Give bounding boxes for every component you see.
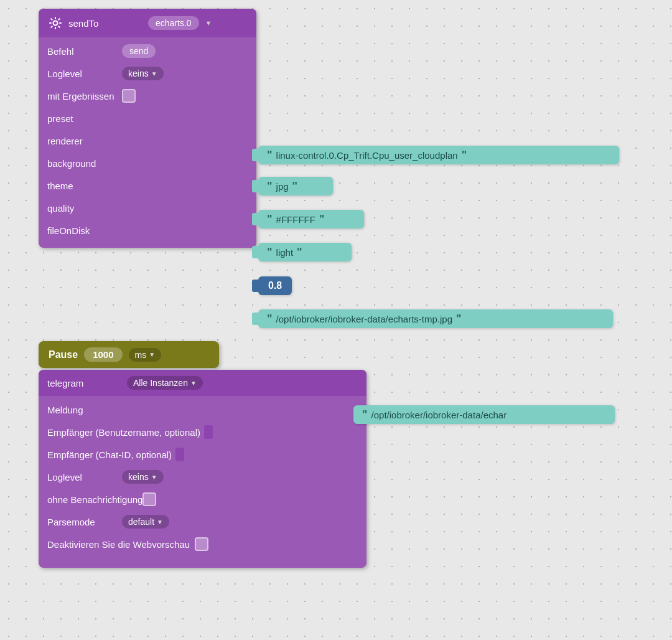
open-quote-preset: " [267,149,273,161]
loglevel-value-2[interactable]: keins ▼ [122,470,164,484]
block-header: sendTo echarts.0 ▼ [39,9,256,37]
row-mit-ergebnissen: mit Ergebnissen [39,85,256,107]
pause-label: Pause [49,349,78,360]
preset-string-value: linux-control.0.Cp_Trift.Cpu_user_cloudp… [276,150,458,161]
open-quote-background: " [267,214,273,225]
sendto-dropdown-arrow[interactable]: ▼ [205,19,212,27]
row-empfaenger-user: Empfänger (Benutzername, optional) [39,421,366,443]
befehl-value[interactable]: send [122,44,156,58]
row-fileondisk: fileOnDisk [39,219,256,242]
row-loglevel-1: Loglevel keins ▼ [39,62,256,85]
meldung-string-value: /opt/iobroker/iobroker-data/echar [371,410,507,420]
row-background: background [39,152,256,174]
telegram-instance[interactable]: Alle Instanzen ▼ [127,376,203,390]
row-befehl: Befehl send [39,40,256,62]
sendto-block: sendTo echarts.0 ▼ Befehl send Loglevel … [39,9,256,248]
telegram-label: telegram [47,378,122,388]
empfaenger-chatid-label: Empfänger (Chat-ID, optional) [47,449,172,460]
row-loglevel-2: Loglevel keins ▼ [39,466,366,488]
quality-num-value: 0.8 [268,280,282,291]
svg-point-0 [54,21,58,26]
string-block-background[interactable]: " #FFFFFF " [258,210,364,228]
string-block-renderer[interactable]: " jpg " [258,177,333,195]
string-block-fileondisk[interactable]: " /opt/iobroker/iobroker-data/echarts-tm… [258,309,613,328]
pause-value[interactable]: 1000 [84,347,122,362]
row-empfaenger-chatid: Empfänger (Chat-ID, optional) [39,443,366,466]
quality-label: quality [47,203,122,214]
loglevel-arrow-2: ▼ [151,474,157,481]
row-parsemode: Parsemode default ▼ [39,511,366,533]
close-quote-fileondisk: " [456,313,462,324]
parsemode-arrow: ▼ [157,519,163,525]
gear-icon [47,15,63,31]
close-quote-background: " [319,214,325,225]
telegram-rows: Meldung Empfänger (Benutzername, optiona… [39,396,366,562]
renderer-string-value: jpg [276,181,289,192]
main-block-rows: Befehl send Loglevel keins ▼ mit Ergebni… [39,37,256,248]
close-quote-renderer: " [292,181,298,192]
nub-renderer [252,180,259,192]
row-theme: theme [39,174,256,197]
canvas: sendTo echarts.0 ▼ Befehl send Loglevel … [0,0,672,640]
pause-unit[interactable]: ms ▼ [129,348,162,362]
string-block-theme[interactable]: " light " [258,243,352,261]
theme-label: theme [47,181,122,191]
open-quote-theme: " [267,247,273,258]
preset-label: preset [47,113,122,124]
row-quality: quality [39,197,256,219]
telegram-header: telegram Alle Instanzen ▼ [39,370,366,396]
meldung-label: Meldung [47,405,122,415]
close-quote-theme: " [297,247,302,258]
row-deaktivieren: Deaktivieren Sie die Webvorschau [39,533,366,555]
loglevel-value-1[interactable]: keins ▼ [122,67,164,80]
background-label: background [47,158,122,169]
telegram-instance-arrow: ▼ [190,380,197,387]
connector-chatid[interactable] [175,448,184,461]
parsemode-value[interactable]: default ▼ [122,515,169,529]
befehl-label: Befehl [47,46,122,57]
ohne-benachrichtigung-label: ohne Benachrichtigung [47,494,142,505]
row-meldung: Meldung [39,398,366,421]
close-quote-preset: " [462,149,467,161]
empfaenger-user-label: Empfänger (Benutzername, optional) [47,427,200,438]
nub-quality [252,280,259,292]
sendto-value[interactable]: echarts.0 [148,16,199,30]
row-ohne-benachrichtigung: ohne Benachrichtigung [39,488,366,511]
background-string-value: #FFFFFF [276,214,315,225]
loglevel-label-1: Loglevel [47,68,122,79]
nub-preset [252,149,259,161]
sendto-label: sendTo [68,18,143,29]
nub-meldung [353,408,355,421]
string-block-meldung[interactable]: " /opt/iobroker/iobroker-data/echar [353,405,615,424]
theme-string-value: light [276,247,294,258]
nub-fileondisk [252,313,259,325]
nub-theme [252,246,259,258]
connector-user[interactable] [204,425,213,439]
row-renderer: renderer [39,129,256,152]
deaktivieren-checkbox[interactable] [195,537,208,551]
loglevel-label-2: Loglevel [47,472,122,482]
fileondisk-label: fileOnDisk [47,225,122,236]
telegram-block: telegram Alle Instanzen ▼ Meldung Empfän… [39,370,366,568]
open-quote-renderer: " [267,181,273,192]
mit-ergebnissen-label: mit Ergebnissen [47,91,122,101]
pause-unit-arrow: ▼ [149,351,155,358]
fileondisk-string-value: /opt/iobroker/iobroker-data/echarts-tmp.… [276,314,452,324]
open-quote-fileondisk: " [267,313,273,324]
mit-ergebnissen-checkbox[interactable] [122,89,136,103]
nub-background [252,213,259,225]
renderer-label: renderer [47,136,122,146]
num-block-quality[interactable]: 0.8 [258,276,292,295]
row-preset: preset [39,107,256,129]
deaktivieren-label: Deaktivieren Sie die Webvorschau [47,539,190,550]
parsemode-label: Parsemode [47,517,122,527]
open-quote-meldung: " [362,409,368,420]
string-block-preset[interactable]: " linux-control.0.Cp_Trift.Cpu_user_clou… [258,146,619,164]
ohne-benachrichtigung-checkbox[interactable] [142,492,156,506]
loglevel-arrow-1: ▼ [151,70,157,77]
pause-block: Pause 1000 ms ▼ [39,341,219,368]
